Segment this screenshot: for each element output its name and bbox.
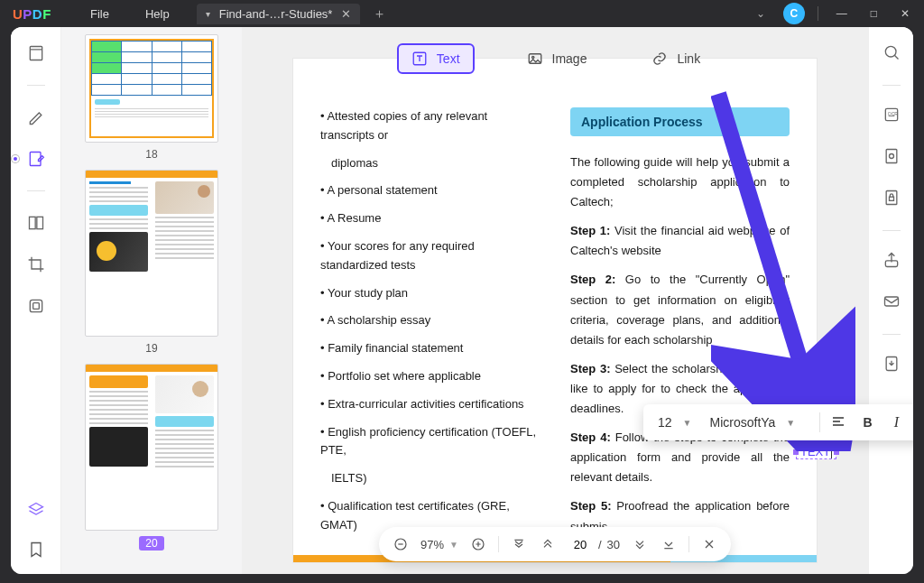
image-icon [527, 51, 543, 67]
bookmark-icon[interactable] [26, 540, 46, 560]
image-tool-button[interactable]: Image [514, 45, 600, 72]
resize-handle-left[interactable] [793, 449, 799, 455]
page-tools-icon[interactable] [26, 213, 46, 233]
image-tool-label: Image [552, 51, 587, 66]
organize-tool-icon[interactable] [26, 296, 46, 316]
intro-paragraph: The following guide will help you submit… [570, 153, 790, 212]
thumbnail-number: 19 [145, 342, 157, 355]
font-family-select[interactable]: MicrosoftYa▼ [704, 415, 812, 430]
italic-button[interactable]: I [885, 414, 907, 430]
window-maximize-button[interactable]: □ [865, 4, 882, 23]
thumbnail-18[interactable]: 18 [81, 34, 222, 161]
document-area: Text Image Link Attested copies of any r… [242, 27, 868, 574]
annotate-tool-icon[interactable] [26, 107, 46, 127]
thumbnail-20[interactable]: 20 [81, 364, 222, 551]
svg-rect-0 [30, 47, 42, 60]
thumbnail-number: 18 [145, 148, 157, 161]
email-icon[interactable] [882, 292, 901, 314]
reader-tool-icon[interactable] [26, 43, 46, 63]
next-page-button[interactable] [631, 535, 649, 553]
svg-rect-2 [29, 217, 35, 228]
bullet-item: A personal statement [320, 181, 540, 200]
prev-page-button[interactable] [539, 535, 557, 553]
first-page-button[interactable] [510, 535, 528, 553]
bullet-item: English proficiency certification (TOEFL… [320, 423, 540, 461]
svg-point-8 [531, 56, 533, 58]
bold-button[interactable]: B [856, 415, 878, 430]
current-page-input[interactable] [568, 538, 593, 551]
svg-rect-18 [889, 197, 893, 200]
crop-tool-icon[interactable] [26, 254, 46, 274]
page-indicator: / 30 [568, 538, 620, 551]
bullet-item: Extra-curricular activities certificatio… [320, 395, 540, 414]
thumbnails-panel[interactable]: 18 19 20 [61, 27, 242, 574]
zoom-percent-select[interactable]: 97%▼ [420, 538, 458, 551]
text-icon [411, 51, 428, 67]
link-tool-label: Link [677, 51, 700, 66]
menu-bar: File Help [54, 7, 170, 21]
svg-rect-17 [886, 191, 897, 205]
bullet-item: Attested copies of any relevant transcri… [320, 107, 540, 145]
chevron-down-icon: ▼ [786, 418, 795, 428]
right-tool-rail: OCR [868, 27, 913, 574]
document-page[interactable]: Attested copies of any relevant transcri… [292, 58, 818, 563]
thumbnail-19[interactable]: 19 [81, 170, 222, 355]
link-tool-button[interactable]: Link [639, 45, 713, 72]
user-avatar[interactable]: C [783, 3, 805, 24]
edit-mode-tabs: Text Image Link [242, 27, 868, 90]
last-page-button[interactable] [660, 535, 678, 553]
export-icon[interactable] [882, 355, 901, 376]
bullet-item: Family financial statement [320, 339, 540, 358]
history-dropdown-icon[interactable]: ⌄ [751, 4, 771, 23]
bullet-item: diplomas [320, 154, 540, 173]
menu-help[interactable]: Help [145, 7, 170, 21]
thumbnail-number: 20 [139, 536, 163, 551]
zoom-out-button[interactable] [392, 535, 410, 553]
left-tool-rail [11, 27, 61, 574]
text-tool-button[interactable]: Text [397, 43, 475, 74]
align-left-button[interactable] [827, 414, 849, 431]
tab-close-icon[interactable]: ✕ [341, 7, 351, 21]
close-bar-button[interactable] [700, 535, 718, 553]
svg-point-12 [885, 46, 896, 57]
protect-icon[interactable] [882, 189, 901, 210]
layers-icon[interactable] [26, 500, 46, 520]
link-icon [651, 51, 668, 67]
text-cursor [831, 445, 832, 458]
document-tab[interactable]: ▾ Find-and-…r-Studies* ✕ [197, 4, 361, 24]
bullet-item: Your study plan [320, 284, 540, 303]
svg-rect-5 [32, 303, 39, 310]
bullet-item: Portfolio set where applicable [320, 367, 540, 386]
application-process-heading: Application Process [570, 107, 790, 136]
svg-point-16 [889, 154, 893, 159]
text-edit-box[interactable]: TEXT [796, 444, 836, 459]
font-size-select[interactable]: 12▼ [652, 415, 697, 430]
edit-tool-icon[interactable] [26, 149, 46, 169]
text-tool-label: Text [437, 51, 460, 66]
svg-rect-15 [886, 150, 897, 163]
workspace: 18 19 20 Text Image [11, 27, 913, 574]
bullet-item: Your scores for any required standardize… [320, 237, 540, 275]
tab-title: Find-and-…r-Studies* [219, 7, 333, 21]
bullet-item: A scholarship essay [320, 311, 540, 330]
chevron-down-icon: ▼ [683, 418, 692, 428]
svg-rect-20 [884, 297, 898, 306]
tab-dropdown-icon[interactable]: ▾ [206, 9, 210, 19]
redact-icon[interactable] [882, 147, 901, 169]
document-right-column: Application Process The following guide … [570, 107, 790, 546]
text-format-toolbar: 12▼ MicrosoftYa▼ B I [643, 404, 913, 440]
page-sep: / [598, 538, 602, 551]
new-tab-button[interactable]: ＋ [373, 5, 386, 23]
window-minimize-button[interactable]: — [831, 4, 853, 23]
bullet-item: IELTS) [320, 469, 540, 488]
ocr-icon[interactable]: OCR [882, 106, 901, 127]
window-close-button[interactable]: ✕ [895, 4, 915, 23]
share-icon[interactable] [882, 251, 901, 273]
search-icon[interactable] [882, 43, 901, 65]
zoom-in-button[interactable] [469, 535, 487, 553]
total-pages: 30 [607, 538, 620, 551]
svg-text:OCR: OCR [887, 111, 898, 116]
menu-file[interactable]: File [90, 7, 109, 21]
resize-handle-right[interactable] [834, 449, 839, 455]
zoom-navigation-bar: 97%▼ / 30 [379, 527, 731, 561]
